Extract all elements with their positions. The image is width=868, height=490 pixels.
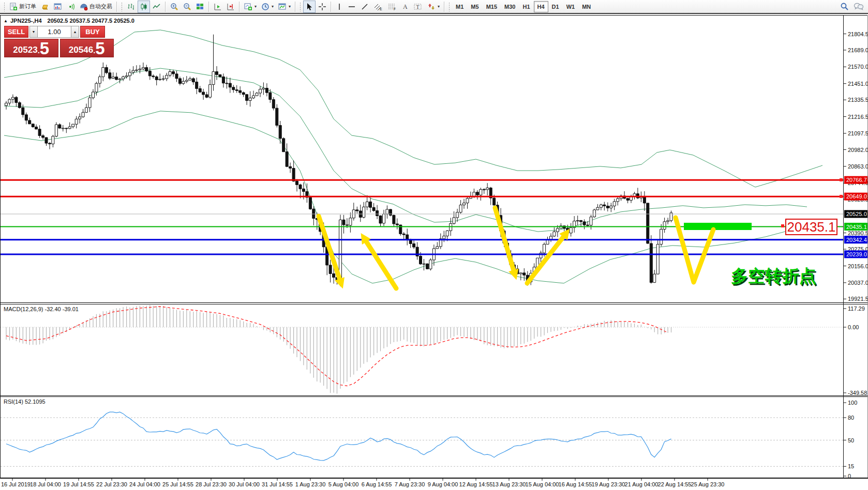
time-tick-label: 16 Jul 2019 <box>1 481 31 487</box>
time-axis[interactable]: 16 Jul 201918 Jul 04:0019 Jul 14:5522 Ju… <box>1 479 724 487</box>
price-tick-label: 21689.0 <box>848 47 868 53</box>
time-tick-label: 25 Jul 14:55 <box>162 481 193 487</box>
symbol-label: JPN225-,H4 <box>10 18 42 24</box>
chart-title: JPN225-,H4 20502.5 20537.5 20477.5 20525… <box>10 18 134 24</box>
price-tick-label: 21804.5 <box>848 31 868 37</box>
price-tick-label: 21335.5 <box>848 97 868 103</box>
rsi-panel <box>1 412 843 466</box>
price-tick-label: 20037.0 <box>848 280 868 286</box>
line-anchor-handle[interactable] <box>840 195 843 198</box>
macd-axis-label: 0.00 <box>848 324 859 330</box>
volume-input[interactable]: 1.00 <box>38 26 71 38</box>
time-tick-label: 9 Aug 04:00 <box>428 481 458 487</box>
price-tag-label: 20525.0 <box>846 211 867 217</box>
horizontal-level-lines[interactable] <box>1 178 843 254</box>
price-tick-label: 20390.5 <box>848 230 868 236</box>
support-highlight-rect[interactable] <box>684 223 752 230</box>
time-tick-label: 22 Jul 23:30 <box>96 481 127 487</box>
bid-price[interactable]: 20523.5 <box>4 39 58 57</box>
time-tick-label: 19 Jul 14:55 <box>63 481 94 487</box>
time-tick-label: 16 Aug 14:55 <box>559 481 592 487</box>
time-tick-label: 21 Aug 04:00 <box>625 481 659 487</box>
one-click-trading-panel: SELL ▼ 1.00 ▲ BUY 20523.5 20546.5 <box>4 26 114 57</box>
time-tick-label: 13 Aug 23:30 <box>492 481 526 487</box>
macd-indicator-label: MACD(12,26,9) -32.40 -39.01 <box>4 306 79 312</box>
price-tick-label: 21097.5 <box>848 130 868 136</box>
price-tag-label: 20435.1 <box>846 224 867 230</box>
time-tick-label: 5 Aug 04:00 <box>328 481 359 487</box>
rsi-axis-label: 80 <box>848 415 854 421</box>
yellow-arrow-head[interactable] <box>508 268 518 280</box>
chart-canvas[interactable]: 多空转折点多空转折点21804.521689.021570.021451.021… <box>0 0 868 490</box>
time-tick-label: 6 Aug 14:55 <box>362 481 392 487</box>
price-tag-label: 20342.4 <box>846 237 867 243</box>
macd-axis-label: -349.58 <box>848 390 867 396</box>
time-tick-label: 7 Aug 23:30 <box>395 481 425 487</box>
time-tick-label: 30 Jul 04:00 <box>229 481 260 487</box>
price-tick-label: 20863.0 <box>848 163 868 170</box>
line-anchor-handle[interactable] <box>840 178 843 181</box>
time-tick-label: 28 Jul 23:30 <box>196 481 227 487</box>
time-tick-label: 12 Aug 14:55 <box>459 481 493 487</box>
collapse-icon[interactable]: ▲ <box>4 19 8 23</box>
macd-axis-label: 117.29 <box>848 305 865 312</box>
price-tick-label: 21570.0 <box>848 64 868 70</box>
rsi-line <box>6 412 671 461</box>
price-tag-label: 20649.0 <box>846 193 867 200</box>
bull-candle-bodies <box>5 68 673 283</box>
price-tick-label: 20982.0 <box>848 147 868 153</box>
time-tick-label: 18 Jul 04:00 <box>30 481 61 487</box>
price-tag-label: 20239.0 <box>846 251 867 257</box>
volume-down-button[interactable]: ▼ <box>29 26 38 38</box>
price-axis[interactable]: 21804.521689.021570.021451.021335.521216… <box>844 31 868 302</box>
price-tick-label: 19921.5 <box>848 296 868 302</box>
price-tick-label: 21216.5 <box>848 114 868 120</box>
time-tick-label: 19 Aug 23:30 <box>592 481 625 487</box>
rsi-axis-label: 50 <box>848 437 854 443</box>
indicator-axes: 117.290.00-349.581008050150 <box>844 305 867 479</box>
price-tick-label: 20156.0 <box>848 263 868 269</box>
macd-histogram <box>6 305 671 394</box>
rsi-indicator-label: RSI(14) 52.1095 <box>4 399 46 405</box>
rsi-axis-label: 100 <box>848 400 857 406</box>
candlesticks <box>5 35 673 286</box>
yellow-arrow[interactable] <box>364 238 396 288</box>
line-anchor-handle[interactable] <box>781 224 784 227</box>
time-tick-label: 24 Jul 04:00 <box>129 481 160 487</box>
price-callout-label[interactable]: 20435.1 <box>785 219 837 235</box>
turning-point-label[interactable]: 多空转折点 <box>731 266 816 285</box>
time-tick-label: 22 Aug 14:55 <box>658 481 692 487</box>
time-tick-label: 15 Aug 04:00 <box>526 481 559 487</box>
bear-candle-bodies <box>15 68 652 283</box>
time-tick-label: 31 Jul 14:55 <box>262 481 293 487</box>
ohlc-values: 20502.5 20537.5 20477.5 20525.0 <box>48 18 134 24</box>
ask-price[interactable]: 20546.5 <box>60 39 114 57</box>
rsi-axis-label: 15 <box>848 463 854 469</box>
bollinger-middle-band <box>4 68 807 232</box>
rsi-axis-label: 0 <box>848 473 851 479</box>
time-tick-label: 25 Aug 23:30 <box>691 481 725 487</box>
macd-panel <box>1 305 843 394</box>
buy-button[interactable]: BUY <box>80 26 105 38</box>
price-tick-label: 21451.0 <box>848 81 868 87</box>
volume-up-button[interactable]: ▲ <box>71 26 79 38</box>
price-panel <box>4 30 822 286</box>
price-tag-label: 20766.7 <box>846 177 867 183</box>
yellow-arrow[interactable] <box>495 208 515 274</box>
sell-button[interactable]: SELL <box>4 26 28 38</box>
bollinger-upper-band <box>4 30 822 187</box>
time-tick-label: 1 Aug 23:30 <box>295 481 326 487</box>
